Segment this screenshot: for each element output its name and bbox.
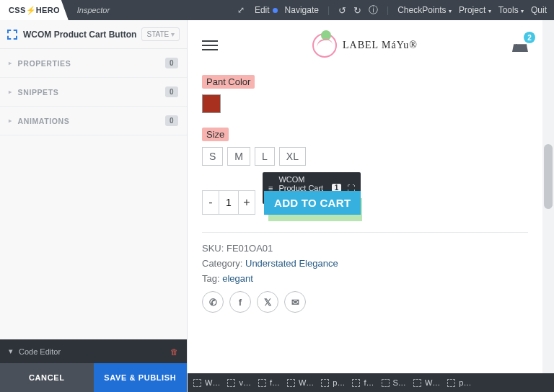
info-icon[interactable]: ⓘ bbox=[369, 4, 378, 17]
section-snippets[interactable]: ▸ SNIPPETS 0 bbox=[0, 78, 187, 107]
cancel-button[interactable]: CANCEL bbox=[0, 363, 94, 392]
dom-breadcrumb-bar: W… v… f… W… p… f… S… W… p… bbox=[188, 373, 554, 392]
menu-project[interactable]: Project ▾ bbox=[459, 5, 491, 15]
breadcrumb-item[interactable]: p… bbox=[321, 378, 345, 387]
qty-plus-button[interactable]: + bbox=[239, 191, 255, 214]
site-logo[interactable]: LABEL MáYu® bbox=[312, 33, 418, 58]
qty-input[interactable] bbox=[219, 191, 239, 214]
count-badge: 0 bbox=[165, 115, 178, 126]
breadcrumb-item[interactable]: W… bbox=[413, 378, 440, 387]
scrollbar-thumb[interactable] bbox=[544, 144, 553, 209]
menu-checkpoints[interactable]: CheckPoints ▾ bbox=[397, 5, 452, 15]
size-option[interactable]: S bbox=[202, 147, 223, 166]
share-email-icon[interactable]: ✉ bbox=[284, 291, 306, 313]
code-editor-toggle[interactable]: ▾ Code Editor 🗑 bbox=[0, 339, 187, 363]
breadcrumb-item[interactable]: f… bbox=[352, 378, 374, 387]
category-link[interactable]: Understated Elegance bbox=[245, 258, 338, 269]
tab-csshero[interactable]: CSS⚡HERO bbox=[0, 0, 69, 20]
target-icon bbox=[227, 379, 235, 387]
size-option[interactable]: L bbox=[255, 147, 275, 166]
trash-icon[interactable]: 🗑 bbox=[170, 347, 178, 356]
app-topbar: CSS⚡HERO Inspector ⤢ Edit Navigate | ↺ ↻… bbox=[0, 0, 554, 20]
section-properties[interactable]: ▸ PROPERTIES 0 bbox=[0, 49, 187, 78]
quantity-stepper: - + bbox=[202, 190, 255, 215]
share-twitter-icon[interactable]: 𝕏 bbox=[257, 291, 278, 313]
count-badge: 0 bbox=[165, 58, 178, 68]
target-icon bbox=[258, 379, 266, 387]
breadcrumb-item[interactable]: S… bbox=[382, 378, 406, 387]
logo-mark-icon bbox=[312, 33, 337, 58]
mode-navigate[interactable]: Navigate bbox=[285, 5, 319, 15]
target-icon bbox=[193, 379, 201, 387]
add-to-cart-button[interactable]: ADD TO CART bbox=[264, 191, 361, 215]
share-whatsapp-icon[interactable]: ✆ bbox=[202, 291, 224, 313]
target-icon bbox=[447, 379, 455, 387]
breadcrumb-item[interactable]: W… bbox=[287, 378, 314, 387]
save-publish-button[interactable]: SAVE & PUBLISH bbox=[94, 363, 188, 392]
redo-icon[interactable]: ↻ bbox=[353, 5, 361, 16]
size-option[interactable]: XL bbox=[279, 147, 306, 166]
selected-element-name: WCOM Product Cart Button bbox=[23, 30, 141, 40]
cart-count-badge: 2 bbox=[524, 32, 535, 43]
breadcrumb-item[interactable]: f… bbox=[258, 378, 280, 387]
target-icon bbox=[382, 379, 390, 387]
size-option[interactable]: M bbox=[227, 147, 250, 166]
scrollbar-track[interactable] bbox=[542, 20, 554, 373]
share-facebook-icon[interactable]: f bbox=[229, 291, 251, 313]
tag-line: Tag: elegant bbox=[202, 273, 528, 284]
site-header: LABEL MáYu® 2 bbox=[188, 20, 542, 63]
inspector-panel: WCOM Product Cart Button STATE ▸ PROPERT… bbox=[0, 20, 188, 392]
tag-link[interactable]: elegant bbox=[222, 273, 253, 284]
sku-line: SKU: FE01OA01 bbox=[202, 243, 528, 254]
chevron-right-icon: ▸ bbox=[9, 60, 12, 66]
color-swatch[interactable] bbox=[202, 94, 221, 113]
count-badge: 0 bbox=[165, 86, 178, 97]
menu-tools[interactable]: Tools ▾ bbox=[498, 5, 524, 15]
hamburger-icon[interactable] bbox=[202, 37, 218, 53]
target-icon bbox=[287, 379, 295, 387]
section-animations[interactable]: ▸ ANIMATIONS 0 bbox=[0, 107, 187, 135]
undo-icon[interactable]: ↺ bbox=[338, 5, 346, 16]
chevron-right-icon: ▸ bbox=[9, 89, 12, 95]
menu-quit[interactable]: Quit bbox=[531, 5, 547, 15]
target-icon bbox=[321, 379, 329, 387]
expand-icon[interactable]: ⤢ bbox=[237, 5, 245, 15]
tab-inspector[interactable]: Inspector bbox=[69, 0, 118, 20]
size-label: Size bbox=[202, 128, 229, 141]
site-preview: LABEL MáYu® 2 Pant Color Size S M L XL -… bbox=[188, 20, 542, 373]
state-dropdown[interactable]: STATE bbox=[141, 27, 180, 41]
selected-element-header: WCOM Product Cart Button STATE bbox=[0, 20, 187, 49]
target-icon bbox=[413, 379, 421, 387]
mode-edit[interactable]: Edit bbox=[255, 5, 278, 15]
cart-button[interactable]: 2 bbox=[512, 39, 528, 52]
breadcrumb-item[interactable]: v… bbox=[227, 378, 251, 387]
target-icon bbox=[352, 379, 360, 387]
breadcrumb-item[interactable]: W… bbox=[193, 378, 220, 387]
category-line: Category: Understated Elegance bbox=[202, 258, 528, 269]
target-icon bbox=[7, 30, 17, 40]
chevron-right-icon: ▸ bbox=[9, 117, 12, 124]
qty-minus-button[interactable]: - bbox=[203, 191, 219, 214]
breadcrumb-item[interactable]: p… bbox=[447, 378, 471, 387]
divider bbox=[202, 232, 528, 233]
pant-color-label: Pant Color bbox=[202, 75, 255, 89]
